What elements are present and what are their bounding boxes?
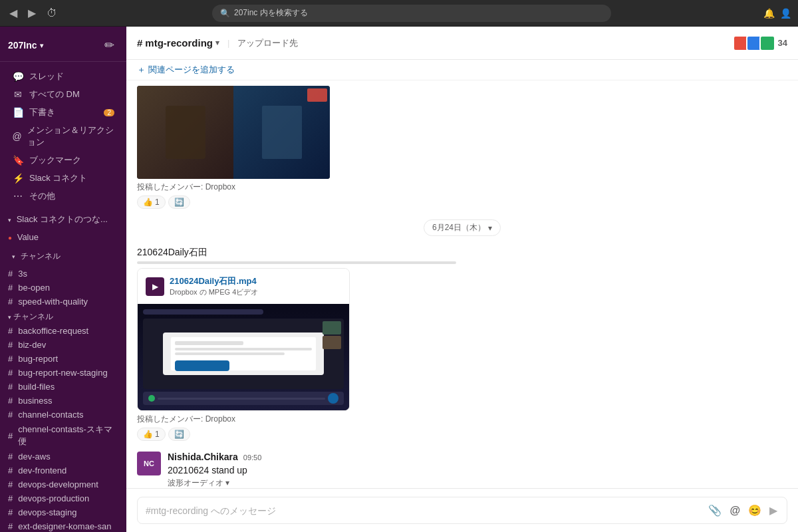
forward-button[interactable]: ▶ — [25, 4, 39, 22]
uploaded-by-1: 投稿したメンバー: Dropbox — [137, 182, 787, 193]
screen-recording-thumbnail — [138, 304, 349, 410]
message-text-ishida: 210624Daily石田 — [137, 247, 787, 264]
messages-area[interactable]: 投稿したメンバー: Dropbox 👍 1 🔄 6月24日（木） ▾ — [126, 80, 798, 488]
add-page-link[interactable]: ＋ 関連ページを追加する — [137, 65, 235, 74]
at-icon[interactable]: @ — [728, 503, 741, 518]
back-button[interactable]: ◀ — [7, 4, 20, 22]
send-icon[interactable]: ▶ — [768, 503, 779, 518]
file-header: ▶ 210624Daily石田.mp4 Dropbox の MPEG 4ビデオ — [138, 269, 349, 304]
channel-caret-icon[interactable]: ▾ — [215, 39, 219, 47]
sidebar-dms-label: すべての DM — [29, 88, 80, 100]
message-input-area: 📎 @ 😊 ▶ — [126, 488, 798, 532]
uploaded-by-2: 投稿したメンバー: Dropbox — [137, 414, 787, 425]
sidebar-header: 207Inc ▾ ✏ — [0, 27, 126, 62]
file-meta: Dropbox の MPEG 4ビデオ — [170, 287, 341, 297]
reaction-emoji-2: 🔄 — [174, 198, 184, 207]
channel-name: business — [18, 396, 52, 406]
channel-3s[interactable]: #3s — [0, 267, 126, 281]
profile-icon[interactable]: 👤 — [780, 8, 791, 19]
sidebar-item-bookmarks[interactable]: 🔖 ブックマーク — [4, 152, 122, 169]
channel-channel-contacts[interactable]: #channel-contacts — [0, 408, 126, 422]
file-type-icon: ▶ — [146, 277, 164, 296]
nishida-sender-name: Nishida.Chikara — [168, 452, 238, 462]
message-ishida-text: 210624Daily石田 — [137, 247, 207, 257]
sidebar-item-drafts[interactable]: 📄 下書き 2 — [4, 104, 122, 121]
channel-speed-with-quality[interactable]: #speed-with-quality — [0, 295, 126, 309]
other-icon: ⋯ — [12, 191, 24, 201]
nishida-message-body: Nishida.Chikara 09:50 20210624 stand up … — [168, 452, 787, 488]
sidebar-item-threads[interactable]: 💬 スレッド — [4, 68, 122, 85]
channels-section-divider: ▾ チャンネル — [0, 246, 126, 267]
connect-icon: ⚡ — [12, 173, 24, 184]
sidebar-item-all-dms[interactable]: ✉ すべての DM — [4, 86, 122, 103]
channels-toggle[interactable]: ▾ チャンネル — [8, 311, 118, 323]
channel-be-open[interactable]: #be-open — [0, 281, 126, 295]
channel-name: devops-development — [18, 479, 98, 489]
channel-devops-development[interactable]: #devops-development — [0, 477, 126, 491]
reaction-thumbsup-1[interactable]: 👍 1 — [137, 196, 166, 209]
history-button[interactable]: ⏱ — [44, 5, 60, 22]
slack-connect-section[interactable]: ▾ Slack コネクトのつな... — [0, 211, 126, 228]
channel-business[interactable]: #business — [0, 394, 126, 408]
channel-name: 3s — [18, 269, 27, 279]
message-input[interactable] — [146, 505, 702, 516]
threads-icon: 💬 — [12, 71, 24, 82]
search-icon: 🔍 — [220, 9, 230, 18]
value-section: ● Value — [0, 228, 126, 246]
workspace-caret-icon: ▾ — [40, 42, 43, 49]
nishida-message-time: 09:50 — [243, 454, 262, 462]
channel-build-files[interactable]: #build-files — [0, 380, 126, 394]
workspace-name[interactable]: 207Inc ▾ — [8, 40, 43, 51]
sidebar-item-mentions[interactable]: @ メンション＆リアクション — [4, 122, 122, 151]
audio-label[interactable]: 波形オーディオ ▾ — [168, 477, 787, 488]
sidebar-mentions-label: メンション＆リアクション — [27, 124, 114, 148]
channel-ext-designer-komae-san[interactable]: #ext-designer-komae-san — [0, 519, 126, 532]
channel-name: channel-contacts — [18, 410, 83, 420]
channel-bug-report[interactable]: #bug-report — [0, 352, 126, 366]
channel-dev-frontend[interactable]: #dev-frontend — [0, 464, 126, 477]
channel-name: dev-aws — [18, 452, 50, 462]
file-info: 210624Daily石田.mp4 Dropbox の MPEG 4ビデオ — [170, 275, 341, 297]
reactions-1: 👍 1 🔄 — [137, 196, 787, 209]
sidebar-nav: 💬 スレッド ✉ すべての DM 📄 下書き 2 @ メンション＆リアクション … — [0, 62, 126, 211]
channel-bug-report-new-staging[interactable]: #bug-report-new-staging — [0, 366, 126, 380]
attachment-icon[interactable]: 📎 — [707, 503, 723, 518]
channel-dev-aws[interactable]: #dev-aws — [0, 450, 126, 464]
avatar-stack — [735, 35, 775, 51]
channel-biz-dev[interactable]: #biz-dev — [0, 338, 126, 352]
file-message-group-2: 210624Daily石田 ▶ 210624Daily石田.mp4 Dropbo… — [137, 247, 787, 441]
drafts-icon: 📄 — [12, 107, 24, 118]
main-content: # mtg-recording ▾ | アップロード先 34 ＋ 関連ページを追… — [126, 27, 798, 532]
reaction-thumbsup-2[interactable]: 👍 1 — [137, 428, 166, 441]
file-attachment-mp4: ▶ 210624Daily石田.mp4 Dropbox の MPEG 4ビデオ — [137, 268, 350, 411]
sidebar-item-slack-connect[interactable]: ⚡ Slack コネクト — [4, 170, 122, 187]
channel-title: # mtg-recording ▾ — [137, 37, 219, 49]
address-bar[interactable]: 🔍 207inc 内を検索する — [212, 5, 611, 22]
channel-chennel-contasts[interactable]: #chennel-contasts-スキマ便 — [0, 422, 126, 450]
channel-devops-staging[interactable]: #devops-staging — [0, 505, 126, 519]
channel-devops-production[interactable]: #devops-production — [0, 491, 126, 505]
new-message-button[interactable]: ✏ — [100, 36, 118, 55]
avatar-mini-3 — [759, 35, 775, 51]
sidebar-item-other[interactable]: ⋯ その他 — [4, 188, 122, 205]
sidebar-other-label: その他 — [29, 190, 55, 202]
reaction-refresh-2[interactable]: 🔄 — [168, 428, 190, 441]
channel-name: chennel-contasts-スキマ便 — [18, 424, 118, 448]
file-name[interactable]: 210624Daily石田.mp4 — [170, 275, 341, 287]
channels-section-header-2: ▾ チャンネル — [0, 309, 126, 324]
audio-label-text: 波形オーディオ ▾ — [168, 477, 229, 488]
file-message-group-1: 投稿したメンバー: Dropbox 👍 1 🔄 — [137, 86, 787, 209]
emoji-icon[interactable]: 😊 — [747, 503, 763, 518]
date-pill[interactable]: 6月24日（木） ▾ — [424, 219, 501, 236]
browser-chrome: ◀ ▶ ⏱ 🔍 207inc 内を検索する 🔔 👤 — [0, 0, 798, 27]
channel-name: be-open — [18, 283, 50, 293]
reactions-2: 👍 1 🔄 — [137, 428, 787, 441]
channel-backoffice-request[interactable]: #backoffice-request — [0, 324, 126, 338]
video-cell-left — [137, 86, 233, 179]
connect-section-label: Slack コネクトのつな... — [17, 214, 108, 224]
channels-section-header[interactable]: ▾ チャンネル — [12, 248, 114, 265]
reaction-emoji: 👍 — [143, 198, 153, 207]
reaction-refresh-1[interactable]: 🔄 — [168, 196, 190, 209]
notification-icon[interactable]: 🔔 — [763, 8, 775, 19]
member-count[interactable]: 34 — [778, 38, 787, 48]
